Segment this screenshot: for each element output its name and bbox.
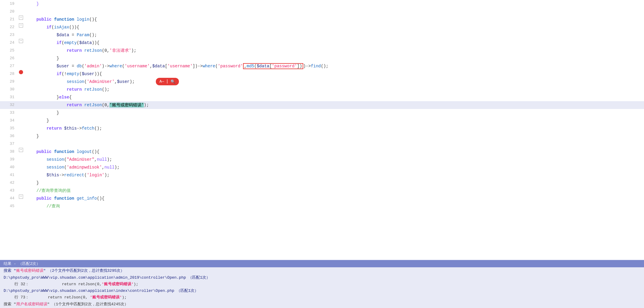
line-number-37: 37 <box>0 140 18 148</box>
code-line-26: 26 } <box>0 54 644 62</box>
line-number-28: 28 <box>0 70 18 78</box>
line-number-45: 45 <box>0 202 18 210</box>
line-number-30: 30 <box>0 86 18 93</box>
line-gutter-28 <box>18 70 24 74</box>
search-icon: 🔍 <box>171 79 175 84</box>
search-result-1-label[interactable]: 搜索 "账号或密码错误" （2个文件中匹配到2次，总计查找3295次） <box>0 267 644 274</box>
line-gutter-24[interactable]: − <box>18 39 24 43</box>
line-number-21: 21 <box>0 16 18 23</box>
line-gutter-22[interactable]: − <box>18 23 24 28</box>
line-number-19: 19 <box>0 0 18 8</box>
code-line-45: 45 //查询 <box>0 202 644 210</box>
line-content-39: session("AdminUser",null); <box>24 156 644 163</box>
code-line-27: 27 $user = db('admin')->where('username'… <box>0 62 644 70</box>
line-content-41: $this->redirect('login'); <box>24 171 644 179</box>
line-number-26: 26 <box>0 54 18 62</box>
code-area: 19 } 20 21 − public function login(){ <box>0 0 644 260</box>
code-line-19: 19 } <box>0 0 644 8</box>
code-line-38: 38 − public function logout(){ <box>0 148 644 156</box>
line-number-39: 39 <box>0 156 18 163</box>
line-number-29: 29 <box>0 78 18 86</box>
code-line-33: 33 } <box>0 109 644 117</box>
line-number-40: 40 <box>0 163 18 171</box>
line-content-31: }else{ <box>24 93 644 101</box>
line-content-24: if(empty($data)){ <box>24 39 644 47</box>
line-number-23: 23 <box>0 31 18 39</box>
line-content-38: public function logout(){ <box>24 148 644 156</box>
line-content-33: } <box>24 109 644 117</box>
fold-icon-24[interactable]: − <box>19 39 23 43</box>
line-content-34: } <box>24 117 644 125</box>
breakpoint-28 <box>19 70 23 74</box>
line-content-32: return retJson(0,'账号或密码错误'); <box>24 101 644 109</box>
line-content-21: public function login(){ <box>24 16 644 23</box>
line-content-45: //查询 <box>24 202 644 210</box>
code-line-43: 43 //查询带查询的值 <box>0 187 644 195</box>
result-file-1[interactable]: D:\phpstudy_pro\WWW\vip.shuadan.com\appl… <box>0 274 644 281</box>
code-line-21: 21 − public function login(){ <box>0 16 644 23</box>
editor-container: 19 } 20 21 − public function login(){ <box>0 0 644 308</box>
code-line-34: 34 } <box>0 117 644 125</box>
line-content-26: } <box>24 54 644 62</box>
line-number-31: 31 <box>0 93 18 101</box>
line-content-35: return $this->fetch(); <box>24 125 644 132</box>
fold-icon-21[interactable]: − <box>19 16 23 20</box>
line-number-20: 20 <box>0 8 18 16</box>
code-line-23: 23 $data = Param(); <box>0 31 644 39</box>
search-result-2-label[interactable]: 搜索 "用户名或密码错误" （1个文件中匹配到2次，总计查找4245次） <box>0 301 644 308</box>
code-line-25: 25 return retJson(0,'非法请求'); <box>0 47 644 54</box>
line-number-43: 43 <box>0 187 18 195</box>
line-content-43: //查询带查询的值 <box>24 187 644 195</box>
code-line-20: 20 <box>0 8 644 16</box>
fold-icon-44[interactable]: − <box>19 195 23 199</box>
line-gutter-44[interactable]: − <box>18 195 24 199</box>
line-number-25: 25 <box>0 47 18 54</box>
result-code-2-1[interactable]: 行 73： return retJson(0, '账号或密码错误'); <box>0 294 644 301</box>
line-content-22: if(isAjax()){ <box>24 23 644 31</box>
translate-icon: A↔ <box>159 79 164 84</box>
line-content-36: } <box>24 132 644 140</box>
line-number-42: 42 <box>0 179 18 187</box>
result-code-1-1[interactable]: 行 32： return retJson(0,'账号或密码错误'); <box>0 281 644 288</box>
line-content-28: if(!empty($user)){ <box>24 70 644 78</box>
line-content-42: } <box>24 179 644 187</box>
line-content-30: return retJson(); <box>24 86 644 93</box>
code-line-24: 24 − if(empty($data)){ <box>0 39 644 47</box>
code-line-30: 30 return retJson(); <box>0 86 644 93</box>
line-number-34: 34 <box>0 117 18 125</box>
code-line-28: 28 if(!empty($user)){ <box>0 70 644 78</box>
result-file-2[interactable]: D:\phpstudy_pro\WWW\vip.shuadan.com\appl… <box>0 288 644 294</box>
line-number-22: 22 <box>0 23 18 31</box>
results-panel: 结果 - （匹配2次） 搜索 "账号或密码错误" （2个文件中匹配到2次，总计查… <box>0 260 644 308</box>
line-content-40: session('adminpwdisok',null); <box>24 163 644 171</box>
line-gutter-38[interactable]: − <box>18 148 24 152</box>
line-number-38: 38 <box>0 148 18 156</box>
code-line-29: 29 session('AdminUser',$user); <box>0 78 644 86</box>
line-content-27: $user = db('admin')->where('username',$d… <box>24 62 644 70</box>
fold-icon-38[interactable]: − <box>19 148 23 152</box>
code-line-36: 36 } <box>0 132 644 140</box>
code-line-40: 40 session('adminpwdisok',null); <box>0 163 644 171</box>
fold-icon-22[interactable]: − <box>19 23 23 28</box>
line-content-44: public function get_info(){ <box>24 195 644 202</box>
line-number-24: 24 <box>0 39 18 47</box>
code-line-31: 31 }else{ <box>0 93 644 101</box>
line-number-33: 33 <box>0 109 18 117</box>
code-line-44: 44 − public function get_info(){ <box>0 195 644 202</box>
code-line-42: 42 } <box>0 179 644 187</box>
line-content-25: return retJson(0,'非法请求'); <box>24 47 644 54</box>
line-number-41: 41 <box>0 171 18 179</box>
line-number-36: 36 <box>0 132 18 140</box>
line-content-19: } <box>24 0 644 8</box>
line-number-44: 44 <box>0 195 18 202</box>
code-line-37: 37 <box>0 140 644 148</box>
line-number-27: 27 <box>0 62 18 70</box>
line-content-23: $data = Param(); <box>24 31 644 39</box>
code-line-35: 35 return $this->fetch(); <box>0 125 644 132</box>
line-content-29: session('AdminUser',$user); <box>24 78 644 86</box>
code-line-39: 39 session("AdminUser",null); <box>0 156 644 163</box>
line-number-32: 32 <box>0 101 18 109</box>
results-header: 结果 - （匹配2次） <box>0 260 644 267</box>
tooltip-bubble[interactable]: A↔ | 🔍 <box>156 78 179 85</box>
line-gutter-21[interactable]: − <box>18 16 24 20</box>
